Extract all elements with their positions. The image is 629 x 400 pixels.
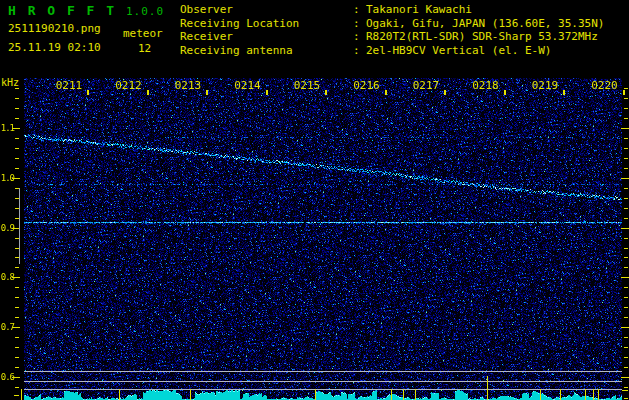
freq-tick-right [624, 158, 628, 159]
band-line [24, 389, 622, 390]
freq-tick-right [624, 367, 628, 368]
freq-tick-right [624, 347, 628, 348]
info-label: Receiver [180, 30, 353, 44]
info-value: 2el-HB9CV Vertical (el. E-W) [366, 44, 551, 58]
minute-tick [206, 90, 208, 95]
freq-axis-label: 0.7 [0, 322, 14, 332]
freq-tick-right [621, 277, 629, 278]
time-axis-label: 0216 [353, 79, 380, 92]
echo-marker [119, 389, 120, 400]
freq-tick-left [15, 287, 19, 288]
minute-tick [266, 90, 268, 95]
freq-axis-label: 0.8 [0, 272, 14, 282]
freq-axis-label: 1.0 [0, 173, 14, 183]
freq-tick-right [624, 248, 628, 249]
minute-tick [147, 90, 149, 95]
echo-marker [560, 389, 561, 400]
info-row: Observer:Takanori Kawachi [180, 3, 604, 17]
freq-axis-unit-label: kHz [1, 77, 19, 88]
time-axis-label: 0215 [294, 79, 321, 92]
band-line [24, 381, 622, 382]
freq-tick-right [624, 98, 628, 99]
info-label: Receiving antenna [180, 44, 353, 58]
station-info-table: Observer:Takanori KawachiReceiving Locat… [180, 3, 604, 57]
strip-tick [14, 395, 19, 396]
info-value: R820T2(RTL-SDR) SDR-Sharp 53.372MHz [366, 30, 598, 44]
time-axis-label: 0211 [56, 79, 83, 92]
freq-tick-right [621, 228, 629, 229]
freq-tick-left [15, 337, 19, 338]
freq-tick-right [621, 377, 629, 378]
app-title: H R O F F T [8, 3, 116, 18]
strip-start-marker [21, 389, 22, 400]
freq-tick-right [624, 218, 628, 219]
minute-tick [385, 90, 387, 95]
freq-tick-left [15, 108, 19, 109]
freq-tick-right [624, 387, 628, 388]
info-label: Receiving Location [180, 17, 353, 31]
freq-tick-right [624, 337, 628, 338]
freq-tick-right [624, 188, 628, 189]
info-row: Receiving Location:Ogaki, Gifu, JAPAN (1… [180, 17, 604, 31]
freq-tick-right [624, 297, 628, 298]
freq-tick-right [624, 238, 628, 239]
band-line [24, 371, 622, 372]
echo-count-value: 12 [138, 42, 151, 55]
freq-tick-right [624, 168, 628, 169]
freq-tick-left [15, 98, 19, 99]
freq-axis-label: 0.9 [0, 223, 14, 233]
echo-marker [190, 389, 191, 400]
freq-tick-left [15, 317, 19, 318]
freq-tick-left [15, 347, 19, 348]
freq-tick-left [15, 307, 19, 308]
echo-marker [391, 389, 392, 400]
freq-tick-right [624, 108, 628, 109]
time-axis-label: 0214 [234, 79, 261, 92]
time-axis-label: 0217 [413, 79, 440, 92]
freq-tick-right [624, 138, 628, 139]
freq-tick-left [15, 88, 19, 89]
info-value: Takanori Kawachi [366, 3, 472, 17]
freq-tick-left [15, 297, 19, 298]
count-band-bar [19, 188, 20, 264]
freq-tick-right [624, 357, 628, 358]
freq-tick-left [15, 357, 19, 358]
freq-tick-right [624, 198, 628, 199]
strip-tick [622, 390, 628, 391]
time-axis-label: 0212 [115, 79, 142, 92]
spectrogram-canvas [24, 78, 622, 400]
info-value: Ogaki, Gifu, JAPAN (136.60E, 35.35N) [366, 17, 604, 31]
freq-tick-left [15, 158, 19, 159]
freq-tick-right [624, 208, 628, 209]
long-echo-marker [487, 376, 488, 400]
freq-tick-right [621, 327, 629, 328]
info-row: Receiver:R820T2(RTL-SDR) SDR-Sharp 53.37… [180, 30, 604, 44]
info-separator: : [353, 30, 366, 44]
freq-tick-left [15, 367, 19, 368]
echo-marker [403, 389, 404, 400]
freq-tick-left [15, 168, 19, 169]
info-separator: : [353, 17, 366, 31]
hrofft-spectrogram-output: H R O F F T 1.0.0 2511190210.png meteor … [0, 0, 629, 400]
echo-marker [315, 389, 316, 400]
minute-tick [563, 90, 565, 95]
strip-tick [624, 398, 628, 399]
time-axis-label: 0219 [532, 79, 559, 92]
freq-tick-left [15, 138, 19, 139]
freq-tick-right [621, 128, 629, 129]
echo-marker [593, 389, 594, 400]
time-axis-label: 0218 [472, 79, 499, 92]
app-version: 1.0.0 [126, 5, 164, 18]
freq-axis-label: 0.6 [0, 372, 14, 382]
freq-tick-left [15, 387, 19, 388]
echo-marker [585, 389, 586, 400]
echo-marker [598, 389, 599, 400]
observation-datetime: 25.11.19 02:10 [8, 41, 101, 54]
freq-tick-left [15, 148, 19, 149]
freq-axis-label: 1.1 [0, 123, 14, 133]
mode-label: meteor [123, 27, 163, 40]
echo-marker [415, 389, 416, 400]
minute-tick [325, 90, 327, 95]
time-axis-label: 0220 [591, 79, 618, 92]
freq-tick-right [624, 287, 628, 288]
